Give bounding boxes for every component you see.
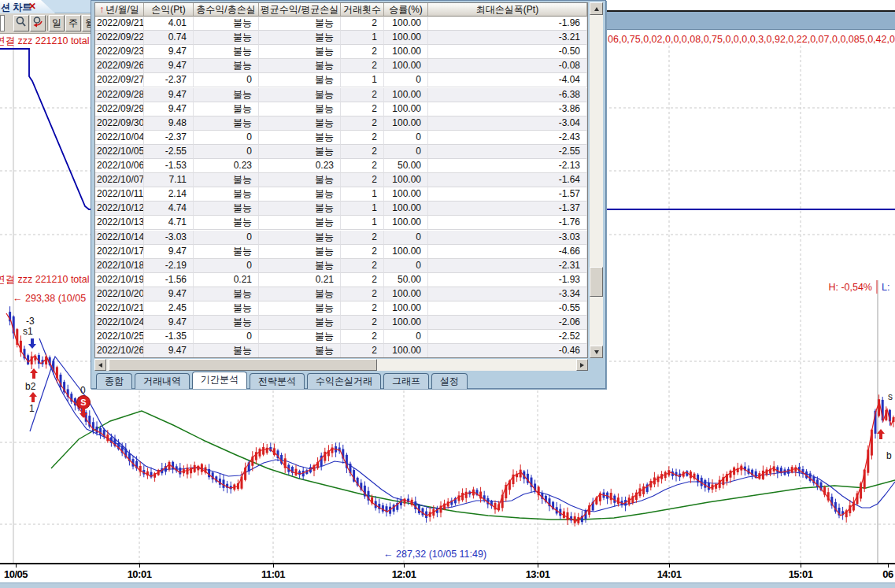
table-row[interactable]: 2022/10/25-1.350불능20-2.52	[95, 330, 587, 344]
table-row[interactable]: 2022/10/212.45불능불능2100.00-0.55	[95, 301, 587, 316]
window-tab[interactable]: 션 차트 ✕	[0, 0, 63, 13]
table-row[interactable]: 2022/09/27-2.370불능10-4.04	[95, 73, 587, 87]
table-cell: 0	[384, 231, 428, 245]
bottom-strip	[0, 582, 895, 588]
table-cell: 불능	[194, 344, 259, 358]
table-cell: 불능	[259, 145, 341, 159]
table-row[interactable]: 2022/09/214.01불능불능2100.00-1.96	[95, 17, 587, 31]
panel-divider-strip	[597, 12, 895, 30]
popup-tab-설정[interactable]: 설정	[431, 373, 468, 389]
table-header-row: ↑년/월/일손익(Pt)총수익/총손실평균수익/평균손실거래횟수승률(%)최대손…	[95, 3, 587, 17]
popup-tab-기간분석[interactable]: 기간분석	[192, 372, 247, 389]
table-row[interactable]: 2022/10/04-2.370불능20-2.43	[95, 131, 587, 145]
table-cell: -2.31	[428, 259, 587, 273]
period-day-button[interactable]: 일	[49, 15, 65, 31]
high-annotation: ← 293,38 (10/05	[13, 293, 90, 304]
popup-tab-거래내역[interactable]: 거래내역	[135, 373, 190, 389]
axis-tick	[669, 564, 670, 568]
window-tab-bar: 션 차트 ✕	[0, 0, 91, 13]
table-row[interactable]: 2022/10/269.47불능불능2100.00-0.46	[95, 344, 587, 358]
table-row[interactable]: 2022/10/209.47불능불능2100.00-3.34	[95, 287, 587, 301]
column-header[interactable]: 최대손실폭(Pt)	[428, 3, 587, 17]
table-cell: 2	[341, 330, 384, 344]
popup-tab-전략분석[interactable]: 전략분석	[250, 373, 305, 389]
table-cell: 2022/10/14	[95, 231, 144, 245]
table-cell: 0	[384, 259, 428, 273]
vertical-scroll-thumb[interactable]	[590, 267, 603, 297]
table-cell: 불능	[194, 59, 259, 73]
table-row[interactable]: 2022/09/299.47불능불능2100.00-3.86	[95, 102, 587, 116]
svg-text:1: 1	[29, 403, 35, 414]
table-row[interactable]: 2022/10/179.47불능불능2100.00-4.66	[95, 245, 587, 259]
column-header[interactable]: 거래횟수	[341, 3, 384, 17]
scroll-down-button[interactable]	[590, 346, 603, 358]
series-label-top: 연결 zzz 221210 total	[0, 35, 90, 48]
table-cell: 9.47	[144, 344, 194, 358]
table-cell: -1.64	[428, 173, 587, 187]
zoom-button[interactable]	[13, 15, 29, 31]
scroll-right-icon	[580, 363, 584, 368]
table-cell: 7.11	[144, 173, 194, 187]
table-row[interactable]: 2022/10/124.74불능불능1100.00-1.37	[95, 202, 587, 216]
table-row[interactable]: 2022/09/289.47불능불능2100.00-6.38	[95, 88, 587, 102]
axis-tick	[16, 564, 17, 568]
table-cell: 1	[341, 73, 384, 87]
table-row[interactable]: 2022/10/112.14불능불능1100.00-1.57	[95, 187, 587, 202]
axis-tick	[801, 564, 801, 568]
table-cell: 2	[341, 159, 384, 173]
table-row[interactable]: 2022/10/14-3.030불능20-3.03	[95, 231, 587, 245]
table-cell: 2	[341, 273, 384, 287]
table-cell: 2022/10/24	[95, 316, 144, 330]
table-cell: 100.00	[384, 173, 428, 187]
table-row[interactable]: 2022/10/19-1.560.210.21250.00-1.93	[95, 273, 587, 287]
column-header[interactable]: 손익(Pt)	[144, 3, 194, 17]
popup-tab-bar: 종합거래내역기간분석전략분석수익손실거래그래프설정	[96, 371, 470, 389]
table-cell: -2.13	[428, 159, 587, 173]
table-row[interactable]: 2022/10/06-1.530.230.23250.00-2.13	[95, 159, 587, 173]
table-row[interactable]: 2022/10/249.47불능불능2100.00-2.06	[95, 316, 587, 330]
table-cell: 4.71	[144, 216, 194, 230]
column-header[interactable]: 총수익/총손실	[194, 3, 259, 17]
horizontal-scrollbar[interactable]	[94, 359, 588, 371]
table-row[interactable]: 2022/09/239.47불능불능2100.00-0.50	[95, 45, 587, 59]
table-row[interactable]: 2022/09/220.74불능불능1100.00-3.21	[95, 31, 587, 45]
table-row[interactable]: 2022/10/077.11불능불능2100.00-1.64	[95, 173, 587, 187]
table-cell: 0	[384, 330, 428, 344]
svg-text:s: s	[888, 391, 893, 402]
scroll-right-button[interactable]	[576, 359, 588, 371]
table-row[interactable]: 2022/09/309.48불능불능2100.00-3.04	[95, 116, 587, 131]
time-axis-label: 15:01	[789, 568, 813, 580]
vertical-scrollbar[interactable]	[590, 2, 603, 358]
table-cell: -1.93	[428, 273, 587, 287]
table-cell: -4.66	[428, 245, 587, 259]
table-cell: 불능	[259, 131, 341, 145]
popup-tab-그래프[interactable]: 그래프	[383, 373, 429, 389]
table-cell: 불능	[259, 216, 341, 230]
table-cell: -3.86	[428, 102, 587, 116]
close-icon[interactable]: ✕	[28, 1, 36, 12]
axis-tick	[538, 564, 538, 568]
table-cell: -3.21	[428, 31, 587, 45]
table-cell: 4.74	[144, 202, 194, 216]
table-cell: 9.47	[144, 59, 194, 73]
column-header[interactable]: 승률(%)	[384, 3, 428, 17]
table-row[interactable]: 2022/10/05-2.550불능20-2.55	[95, 145, 587, 159]
table-cell: 불능	[259, 245, 341, 259]
table-row[interactable]: 2022/10/134.71불능불능1100.00-1.76	[95, 216, 587, 230]
table-cell: 100.00	[384, 301, 428, 316]
scroll-up-button[interactable]	[590, 2, 603, 15]
period-week-button[interactable]: 주	[65, 15, 81, 31]
horizontal-scroll-thumb[interactable]	[109, 359, 377, 371]
scroll-left-button[interactable]	[94, 359, 106, 371]
table-row[interactable]: 2022/10/18-2.190불능20-2.31	[95, 259, 587, 273]
column-header[interactable]: ↑년/월/일	[95, 3, 144, 17]
table-cell: -2.55	[144, 145, 194, 159]
table-cell: 불능	[259, 287, 341, 301]
popup-tab-수익손실거래[interactable]: 수익손실거래	[307, 373, 381, 389]
table-cell: 0.23	[194, 159, 259, 173]
zoom-reset-button[interactable]	[30, 15, 46, 31]
popup-tab-종합[interactable]: 종합	[96, 373, 132, 389]
table-row[interactable]: 2022/09/269.47불능불능2100.00-0.08	[95, 59, 587, 73]
table-cell: 100.00	[384, 45, 428, 59]
column-header[interactable]: 평균수익/평균손실	[259, 3, 341, 17]
